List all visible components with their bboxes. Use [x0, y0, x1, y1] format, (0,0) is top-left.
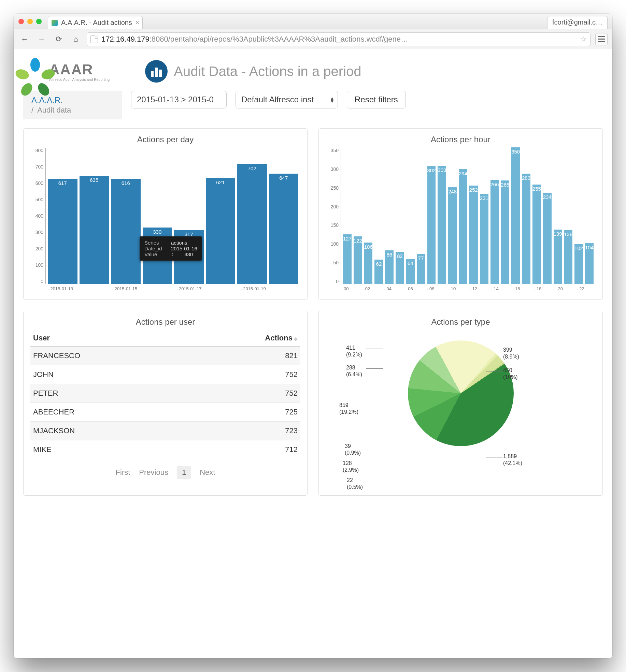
pager-next[interactable]: Next	[200, 468, 215, 477]
nav-back-icon[interactable]: ←	[18, 33, 31, 45]
pager-first[interactable]: First	[116, 468, 130, 477]
home-icon[interactable]: ⌂	[70, 33, 82, 45]
logo-subtitle: Alfresco Audit Analysis and Reporting	[49, 78, 110, 82]
x-axis-ticks: · 2015-01-13 · 2015-01-15 · 2015-01-17 ·…	[45, 286, 300, 291]
pager-current[interactable]: 1	[177, 466, 191, 479]
nav-forward-icon[interactable]: →	[35, 33, 48, 45]
panels-grid: Actions per day 800700600500400300200100…	[23, 128, 603, 496]
bar[interactable]: 106	[364, 243, 373, 284]
bar[interactable]: 64	[406, 259, 415, 284]
col-header-actions[interactable]: Actions◆	[187, 330, 300, 346]
chart-per-day[interactable]: 8007006005004003002001000 61763561633031…	[30, 148, 300, 291]
pie-slice-label: 399(8.9%)	[503, 347, 519, 360]
tab-close-icon[interactable]: ×	[136, 19, 139, 26]
reset-filters-label: Reset filters	[355, 95, 398, 104]
bar[interactable]: 302	[427, 166, 436, 284]
chart-tooltip: Seriesactions Date_id2015-01-16 Value↕ 3…	[140, 236, 202, 261]
panel-title-per-hour: Actions per hour	[326, 135, 596, 144]
bar[interactable]: 702	[237, 164, 267, 284]
pie-slice-label: 22(0.5%)	[347, 477, 363, 491]
profile-chip[interactable]: fcorti@gmail.c…	[547, 16, 608, 29]
profile-label: fcorti@gmail.c…	[552, 18, 602, 26]
pie-slice-label: 128(2.9%)	[343, 460, 359, 473]
pager-prev[interactable]: Previous	[139, 468, 168, 477]
bar[interactable]: 77	[417, 254, 425, 284]
address-bar[interactable]: 172.16.49.179 :8080/pentaho/api/repos/%3…	[87, 32, 591, 46]
bar[interactable]: 86	[385, 250, 394, 284]
bar[interactable]: 621	[206, 178, 236, 284]
browser-toolbar: ← → ⟳ ⌂ 172.16.49.179 :8080/pentaho/api/…	[14, 29, 612, 49]
table-row[interactable]: JOHN752	[30, 365, 300, 384]
table-row[interactable]: FRANCESCO821	[30, 346, 300, 365]
reset-filters-button[interactable]: Reset filters	[347, 91, 406, 108]
sort-arrows-icon: ↕	[171, 251, 173, 257]
traffic-lights	[18, 19, 42, 24]
url-path: :8080/pentaho/api/repos/%3Apublic%3AAAAR…	[150, 35, 408, 44]
pie-slice-label: 1,889(42.1%)	[503, 453, 522, 467]
bar[interactable]: 635	[80, 176, 109, 284]
page-content: AAAR Alfresco Audit Analysis and Reporti…	[14, 49, 612, 506]
bar[interactable]: 647	[269, 174, 299, 284]
bars-per-hour: 1271221066286826477302303248294252231266…	[341, 148, 596, 284]
bar[interactable]: 127	[343, 234, 352, 284]
chart-per-type[interactable]: 1,889(42.1%)450(10%)399(8.9%)411(9.2%)28…	[326, 330, 596, 487]
bar[interactable]: 104	[585, 243, 594, 284]
panel-title-per-day: Actions per day	[30, 135, 300, 144]
pie-slice-label: 39(0.9%)	[345, 443, 361, 456]
browser-tab[interactable]: A.A.A.R. - Audit actions ×	[48, 16, 143, 29]
bar[interactable]: 82	[396, 252, 404, 284]
bookmark-star-icon[interactable]: ☆	[580, 35, 587, 44]
panel-actions-per-hour: Actions per hour 350300250200150100500 1…	[318, 128, 603, 300]
bar[interactable]: 248	[448, 187, 457, 284]
bar[interactable]: 294	[459, 169, 467, 284]
table-row[interactable]: MJACKSON723	[30, 422, 300, 440]
pie-chart	[408, 340, 514, 446]
page-icon	[90, 35, 98, 43]
date-range-input[interactable]: 2015-01-13 > 2015-0	[131, 91, 227, 108]
bar[interactable]: 255	[532, 185, 541, 284]
window-title-bar: A.A.A.R. - Audit actions × fcorti@gmail.…	[14, 14, 612, 29]
window-close-button[interactable]	[18, 19, 24, 24]
bar[interactable]: 350	[511, 147, 520, 284]
tab-favicon	[52, 20, 58, 26]
bar[interactable]: 102	[574, 244, 583, 284]
window-zoom-button[interactable]	[36, 19, 42, 24]
table-row[interactable]: ABEECHER725	[30, 403, 300, 422]
bar[interactable]: 62	[374, 260, 383, 284]
bar[interactable]: 303	[438, 166, 446, 284]
date-range-value: 2015-01-13 > 2015-0	[137, 95, 214, 104]
browser-window: A.A.A.R. - Audit actions × fcorti@gmail.…	[14, 14, 612, 658]
page-viewport[interactable]: AAAR Alfresco Audit Analysis and Reporti…	[14, 49, 612, 658]
hamburger-menu-icon[interactable]	[595, 33, 608, 45]
instance-select[interactable]: Default Alfresco inst ▴▾	[236, 91, 338, 108]
col-header-user[interactable]: User	[30, 330, 187, 346]
select-caret-icon: ▴▾	[331, 97, 333, 103]
bar[interactable]: 138	[564, 230, 572, 284]
table-row[interactable]: PETER752	[30, 384, 300, 403]
bar-chart-icon	[145, 60, 168, 83]
bar[interactable]: 231	[480, 194, 488, 284]
url-host: 172.16.49.179	[101, 35, 150, 44]
table-row[interactable]: MIKE712	[30, 440, 300, 459]
bar[interactable]: 265	[501, 180, 509, 284]
chart-per-hour[interactable]: 350300250200150100500 127122106628682647…	[326, 148, 596, 291]
breadcrumb-current: / Audit data	[31, 106, 114, 115]
page-title-wrap: Audit Data - Actions in a period	[145, 60, 361, 83]
logo-text: AAAR	[49, 61, 110, 78]
bar[interactable]: 234	[543, 193, 552, 284]
page-title: Audit Data - Actions in a period	[174, 64, 361, 79]
breadcrumb-root-link[interactable]: A.A.A.R.	[31, 96, 114, 105]
bar[interactable]: 617	[48, 179, 77, 284]
bar[interactable]: 139	[554, 230, 562, 284]
window-minimize-button[interactable]	[27, 19, 33, 24]
reload-icon[interactable]: ⟳	[53, 33, 65, 45]
pie-slice-label: 859(19.2%)	[339, 402, 358, 415]
bar[interactable]: 283	[522, 174, 530, 284]
pie-slice-label: 411(9.2%)	[346, 345, 362, 358]
sort-icon: ◆	[294, 336, 298, 341]
bar[interactable]: 266	[490, 180, 499, 284]
pie-slice-label: 450(10%)	[503, 367, 518, 381]
bar[interactable]: 122	[354, 236, 362, 284]
bar[interactable]: 252	[469, 186, 478, 284]
bar[interactable]: 616	[111, 179, 141, 284]
